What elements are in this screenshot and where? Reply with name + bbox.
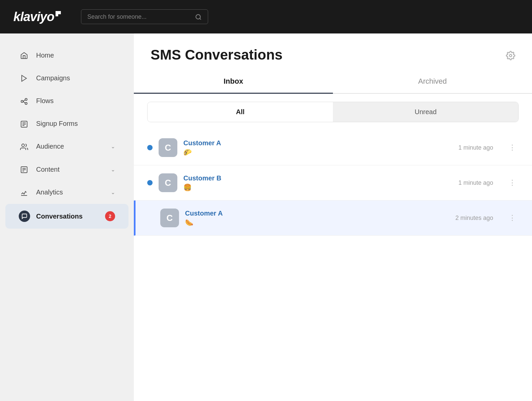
sidebar-item-campaigns[interactable]: Campaigns <box>5 67 128 89</box>
logo-flag <box>56 11 61 16</box>
content-header: SMS Conversations <box>134 33 532 70</box>
conv-more-button-3[interactable]: ⋮ <box>506 212 519 224</box>
conv-preview-3: 🌭 <box>185 219 449 227</box>
filter-unread-button[interactable]: Unread <box>333 102 518 122</box>
sidebar: Home Campaigns Flows <box>0 33 134 401</box>
avatar-1: C <box>159 138 177 157</box>
avatar-3: C <box>160 209 179 227</box>
main-content: SMS Conversations Inbox Archived All Unr… <box>134 33 532 401</box>
conv-time-2: 1 minute ago <box>458 179 493 186</box>
conv-more-button-1[interactable]: ⋮ <box>506 142 519 153</box>
analytics-icon <box>19 188 29 196</box>
sidebar-item-content[interactable]: Content ⌄ <box>5 158 128 180</box>
sidebar-item-flows-label: Flows <box>36 97 115 105</box>
conversation-item-3[interactable]: C Customer A 🌭 2 minutes ago ⋮ <box>134 200 532 236</box>
conv-info-2: Customer B 🍔 <box>183 174 452 191</box>
klaviyo-logo: klaviyo <box>13 10 61 24</box>
conversations-icon-circle <box>19 211 30 222</box>
conv-more-button-2[interactable]: ⋮ <box>506 177 519 188</box>
conv-info-1: Customer A 🌮 <box>183 139 452 156</box>
avatar-2: C <box>159 173 177 192</box>
page-title: SMS Conversations <box>151 47 282 63</box>
conversation-item-1[interactable]: C Customer A 🌮 1 minute ago ⋮ <box>134 130 532 165</box>
sidebar-item-content-label: Content <box>36 166 104 173</box>
settings-button[interactable] <box>506 50 515 60</box>
search-input[interactable] <box>87 13 195 20</box>
sidebar-item-home[interactable]: Home <box>5 44 128 66</box>
sidebar-item-signup-forms[interactable]: Signup Forms <box>5 113 128 135</box>
sidebar-item-conversations[interactable]: Conversations 2 <box>5 204 128 229</box>
flows-icon <box>19 96 29 105</box>
campaigns-icon <box>19 74 29 82</box>
conversations-badge: 2 <box>105 211 115 221</box>
svg-point-4 <box>25 98 27 100</box>
filter-row: All Unread <box>147 102 519 122</box>
svg-point-0 <box>196 14 200 19</box>
signup-forms-icon <box>19 119 29 128</box>
conv-name-2: Customer B <box>183 174 452 182</box>
tab-inbox[interactable]: Inbox <box>134 70 333 93</box>
audience-chevron-icon: ⌄ <box>111 143 115 150</box>
analytics-chevron-icon: ⌄ <box>111 189 115 195</box>
conversation-item-2[interactable]: C Customer B 🍔 1 minute ago ⋮ <box>134 165 532 200</box>
main-layout: Home Campaigns Flows <box>0 33 532 401</box>
audience-icon <box>19 142 29 151</box>
conv-info-3: Customer A 🌭 <box>185 210 449 227</box>
svg-point-3 <box>21 100 23 102</box>
svg-point-17 <box>510 54 512 57</box>
svg-line-6 <box>23 100 25 101</box>
search-icon <box>195 13 202 20</box>
conv-name-3: Customer A <box>185 210 449 217</box>
top-navigation: klaviyo <box>0 0 532 33</box>
content-icon <box>19 165 29 174</box>
conversations-icon <box>19 211 29 222</box>
filter-all-button[interactable]: All <box>148 102 333 122</box>
unread-dot-1 <box>147 145 153 150</box>
sidebar-item-audience-label: Audience <box>36 143 104 150</box>
conv-preview-2: 🍔 <box>183 183 452 191</box>
svg-line-1 <box>200 18 201 20</box>
unread-dot-2 <box>147 180 153 185</box>
sidebar-item-audience[interactable]: Audience ⌄ <box>5 136 128 158</box>
sidebar-item-home-label: Home <box>36 52 115 59</box>
sidebar-item-conversations-label: Conversations <box>36 213 98 220</box>
conv-time-1: 1 minute ago <box>458 144 493 151</box>
conv-preview-1: 🌮 <box>183 148 452 156</box>
conv-time-3: 2 minutes ago <box>455 215 493 222</box>
sidebar-item-campaigns-label: Campaigns <box>36 74 115 82</box>
svg-line-7 <box>23 101 25 103</box>
svg-marker-2 <box>22 75 26 81</box>
search-bar[interactable] <box>81 9 208 24</box>
sidebar-item-flows[interactable]: Flows <box>5 90 128 112</box>
content-chevron-icon: ⌄ <box>111 166 115 173</box>
tab-bar: Inbox Archived <box>134 70 532 94</box>
sidebar-item-signup-forms-label: Signup Forms <box>36 120 115 128</box>
tab-archived[interactable]: Archived <box>333 70 532 93</box>
sidebar-item-analytics[interactable]: Analytics ⌄ <box>5 181 128 203</box>
sidebar-item-analytics-label: Analytics <box>36 188 104 196</box>
conv-name-1: Customer A <box>183 139 452 147</box>
svg-point-12 <box>22 144 24 147</box>
home-icon <box>19 51 29 60</box>
svg-point-5 <box>25 102 27 104</box>
conversation-list: C Customer A 🌮 1 minute ago ⋮ C Customer… <box>134 130 532 401</box>
